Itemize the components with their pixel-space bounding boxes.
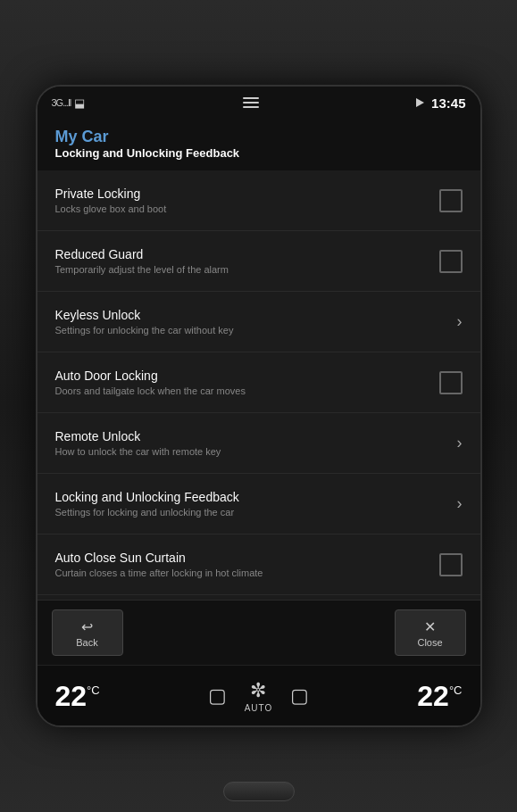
screen-container: 3G...ll ⬓ 13:45 My Car Locking and Unloc… (36, 85, 482, 727)
bluetooth-icon: ⬓ (74, 96, 85, 110)
seat-heat-left-icon[interactable]: ▢ (208, 684, 227, 708)
chevron-remote-unlock: › (457, 434, 463, 452)
fan-icon: ✼ (250, 679, 266, 702)
menu-item-auto-door-locking[interactable]: Auto Door Locking Doors and tailgate loc… (38, 352, 480, 413)
status-left: 3G...ll ⬓ (52, 96, 86, 110)
menu-item-subtitle: How to unlock the car with remote key (55, 446, 457, 457)
checkbox-reduced-guard[interactable] (439, 250, 463, 273)
auto-label: AUTO (245, 703, 273, 713)
checkbox-auto-close-sun-curtain[interactable] (439, 553, 463, 576)
chevron-keyless-unlock: › (457, 312, 463, 331)
bottom-knob[interactable] (223, 782, 295, 801)
back-icon: ↩ (81, 618, 93, 635)
menu-item-text: Locking and Unlocking Feedback Settings … (55, 490, 457, 518)
climate-controls: ▢ ✼ AUTO ▢ (208, 679, 310, 713)
left-temp-unit: °C (87, 684, 100, 697)
menu-item-title: Remote Unlock (55, 429, 457, 443)
menu-item-title: Auto Close Sun Curtain (55, 551, 439, 565)
status-right: 13:45 (416, 95, 465, 111)
outer-bezel: 3G...ll ⬓ 13:45 My Car Locking and Unloc… (0, 0, 517, 812)
signal-text: 3G...ll (52, 97, 71, 108)
left-temp-display[interactable]: 22 °C (55, 682, 100, 710)
back-label: Back (76, 637, 97, 648)
menu-item-remote-unlock[interactable]: Remote Unlock How to unlock the car with… (38, 413, 480, 474)
seat-heat-right-icon[interactable]: ▢ (290, 684, 309, 708)
page-subtitle: Locking and Unlocking Feedback (55, 146, 463, 160)
menu-item-subtitle: Doors and tailgate lock when the car mov… (55, 385, 439, 396)
header-section: My Car Locking and Unlocking Feedback (38, 119, 480, 170)
menu-item-subtitle: Temporarily adjust the level of the alar… (55, 264, 439, 275)
right-temp-display[interactable]: 22 °C (417, 682, 462, 710)
bottom-buttons: ↩ Back ✕ Close (38, 600, 480, 665)
menu-item-private-locking[interactable]: Private Locking Locks glove box and boot (38, 170, 480, 231)
checkbox-auto-door-locking[interactable] (439, 371, 463, 394)
menu-item-text: Auto Door Locking Doors and tailgate loc… (55, 369, 439, 396)
menu-item-subtitle: Curtain closes a time after locking in h… (55, 568, 439, 578)
menu-item-title: Private Locking (55, 186, 439, 201)
close-label: Close (417, 637, 442, 648)
checkbox-private-locking[interactable] (439, 189, 463, 212)
menu-list: Private Locking Locks glove box and boot… (38, 170, 480, 600)
app-name: My Car (55, 128, 463, 146)
menu-item-auto-close-sun-curtain[interactable]: Auto Close Sun Curtain Curtain closes a … (38, 534, 480, 595)
menu-item-text: Remote Unlock How to unlock the car with… (55, 429, 457, 457)
menu-item-title: Reduced Guard (55, 247, 439, 261)
right-temp-unit: °C (449, 684, 463, 697)
menu-item-subtitle: Locks glove box and boot (55, 203, 439, 214)
menu-item-text: Reduced Guard Temporarily adjust the lev… (55, 247, 439, 275)
left-temp-value: 22 (55, 682, 88, 710)
chevron-locking-feedback: › (457, 494, 463, 513)
hamburger-menu[interactable] (243, 97, 259, 108)
menu-item-text: Private Locking Locks glove box and boot (55, 186, 439, 214)
menu-item-reduced-guard[interactable]: Reduced Guard Temporarily adjust the lev… (38, 231, 480, 292)
menu-item-title: Auto Door Locking (55, 369, 439, 383)
menu-item-subtitle: Settings for locking and unlocking the c… (55, 507, 457, 518)
right-temp-value: 22 (417, 682, 449, 710)
back-button[interactable]: ↩ Back (52, 609, 123, 656)
menu-item-text: Auto Close Sun Curtain Curtain closes a … (55, 551, 439, 578)
menu-item-title: Keyless Unlock (55, 308, 457, 322)
climate-bar: 22 °C ▢ ✼ AUTO ▢ 22 °C (38, 665, 480, 725)
menu-item-text: Keyless Unlock Settings for unlocking th… (55, 308, 457, 336)
clock-display: 13:45 (431, 95, 465, 111)
menu-item-keyless-unlock[interactable]: Keyless Unlock Settings for unlocking th… (38, 292, 480, 352)
close-button[interactable]: ✕ Close (395, 609, 466, 656)
status-bar: 3G...ll ⬓ 13:45 (38, 87, 480, 119)
menu-item-title: Locking and Unlocking Feedback (55, 490, 457, 504)
content-wrapper: My Car Locking and Unlocking Feedback Pr… (38, 119, 480, 725)
menu-item-locking-unlocking-feedback[interactable]: Locking and Unlocking Feedback Settings … (38, 474, 480, 534)
menu-item-subtitle: Settings for unlocking the car without k… (55, 325, 457, 336)
close-icon: ✕ (424, 618, 436, 635)
auto-fan-control[interactable]: ✼ AUTO (245, 679, 273, 713)
play-icon (416, 98, 424, 107)
